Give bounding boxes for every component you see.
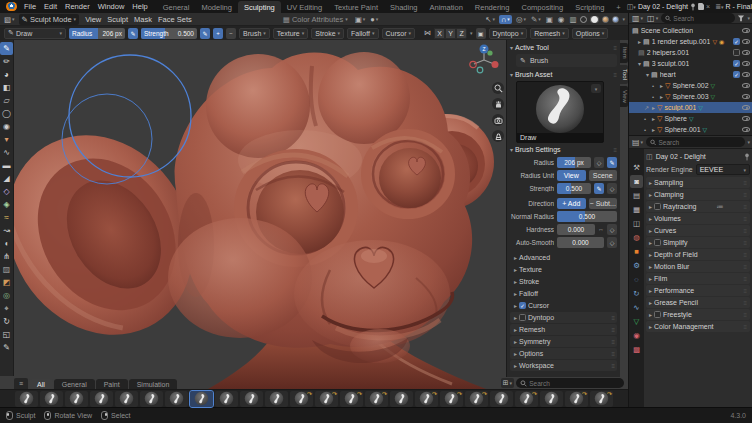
viewport-canvas[interactable]: ✎✏◕◧▱◯◉▾∿▬◢◇◈≈↝◖⋔▨◩◎⌖↻◱✎ Z bbox=[0, 40, 628, 389]
shelf-tab[interactable]: Simulation bbox=[129, 379, 178, 389]
outliner-row[interactable]: ▾ ▤ heart bbox=[629, 69, 752, 80]
selectability-checkbox[interactable] bbox=[733, 38, 740, 45]
tool-button[interactable]: ⋔ bbox=[0, 250, 13, 263]
editor-type-button[interactable]: ▧▾ bbox=[3, 15, 16, 24]
brush-button[interactable]: ✎Brush bbox=[516, 54, 617, 67]
brush-asset-dropdown[interactable]: ▾ bbox=[591, 84, 601, 93]
attribute-dropdown[interactable]: ●▾ bbox=[369, 15, 379, 24]
outliner-display-mode-dropdown[interactable]: ◫▾ bbox=[646, 14, 659, 23]
normal-radius-slider[interactable]: 0.500 bbox=[557, 211, 617, 222]
view-layer-name[interactable]: R - Final bbox=[726, 3, 752, 10]
panel-extra-icon[interactable]: ≔ bbox=[716, 203, 723, 211]
properties-tab[interactable]: ◍ bbox=[630, 231, 643, 244]
topo-dropdown[interactable]: Options▾ bbox=[572, 28, 609, 39]
outliner-row[interactable]: • ▸ ▽ Sphere.003 ▽ bbox=[629, 91, 752, 102]
snap-magnet-toggle[interactable]: ∩▾ bbox=[499, 15, 512, 24]
workspace-tab[interactable]: General bbox=[157, 1, 196, 13]
brush-option-dropdown[interactable]: Texture▾ bbox=[273, 28, 308, 39]
viewport-menu-item[interactable]: Face Sets bbox=[155, 15, 195, 24]
hardness-slider[interactable]: 0.000 bbox=[557, 224, 595, 235]
brush-thumbnail[interactable]: ↷ bbox=[315, 391, 338, 407]
properties-panel-row[interactable]: ▸ Simplify ≡ bbox=[646, 237, 750, 248]
show-overlays-toggle[interactable]: ◉ bbox=[557, 15, 566, 24]
collapsed-panel[interactable]: ▸Stroke bbox=[510, 276, 617, 287]
direction-add-button[interactable]: + Add bbox=[557, 198, 586, 209]
npanel-tab[interactable]: Item bbox=[620, 43, 628, 63]
viewport-menu-item[interactable]: Mask bbox=[131, 15, 155, 24]
properties-panel-row[interactable]: ▸ Clamping ≡ bbox=[646, 189, 750, 200]
brush-thumbnail[interactable] bbox=[190, 391, 213, 407]
outliner-row[interactable]: ↗ ▸ ▽ sculpt.001 ▽ bbox=[629, 102, 752, 113]
properties-panel-row[interactable]: ▸ Freestyle ≡ bbox=[646, 309, 750, 320]
brush-thumbnail[interactable] bbox=[540, 391, 563, 407]
strength-pressure-toggle[interactable]: ✎ bbox=[200, 28, 210, 39]
brush-thumbnail[interactable]: ↷ bbox=[415, 391, 438, 407]
visibility-eye-icon[interactable] bbox=[742, 39, 750, 44]
disclosure-triangle-icon[interactable]: ▸ bbox=[652, 104, 655, 111]
shelf-tab[interactable]: Paint bbox=[96, 379, 128, 389]
panel-header-brush-settings[interactable]: ▾Brush Settings≡ bbox=[510, 144, 617, 155]
shading-solid-button[interactable] bbox=[590, 16, 599, 23]
breadcrumb-scene-name[interactable]: Day 02 - Delight bbox=[656, 153, 706, 160]
brush-thumbnail[interactable] bbox=[40, 391, 63, 407]
viewport-menu-item[interactable]: Sculpt bbox=[104, 15, 131, 24]
tool-button[interactable]: ◩ bbox=[0, 276, 13, 289]
disclosure-triangle-icon[interactable]: ▾ bbox=[638, 60, 641, 67]
mirror-axis-toggle[interactable]: Y bbox=[445, 28, 456, 39]
tool-button[interactable]: ◢ bbox=[0, 172, 13, 185]
visibility-eye-icon[interactable] bbox=[742, 94, 750, 99]
outliner-row[interactable]: • ▸ ▽ Sphere.001 ▽ bbox=[629, 124, 752, 135]
disclosure-triangle-icon[interactable]: ▸ bbox=[660, 82, 663, 89]
visibility-eye-icon[interactable] bbox=[742, 28, 750, 33]
shelf-search-input[interactable] bbox=[529, 380, 620, 387]
radius-pressure-toggle[interactable]: ✎ bbox=[607, 157, 617, 168]
proportional-editing-dropdown[interactable]: ◎▾ bbox=[515, 15, 527, 24]
brush-option-dropdown[interactable]: Cursor▾ bbox=[382, 28, 416, 39]
collapsed-panel[interactable]: ▸Options≡ bbox=[510, 348, 617, 359]
properties-tab[interactable]: ◙ bbox=[630, 175, 643, 188]
pin-icon[interactable] bbox=[744, 153, 750, 161]
collapsed-panel[interactable]: ▸Workspace≡ bbox=[510, 360, 617, 371]
tool-button[interactable]: ≈ bbox=[0, 211, 13, 224]
perspective-toggle-button[interactable] bbox=[492, 130, 504, 142]
strength-pressure-toggle[interactable]: ✎ bbox=[594, 183, 604, 194]
tool-button[interactable]: ◈ bbox=[0, 198, 13, 211]
brush-thumbnail[interactable]: ↷ bbox=[565, 391, 588, 407]
brush-thumbnail[interactable]: ↷ bbox=[440, 391, 463, 407]
shelf-menu-button[interactable]: ≡ bbox=[14, 378, 28, 389]
npanel-tab[interactable]: View bbox=[620, 86, 628, 107]
outliner-search-input[interactable] bbox=[673, 15, 731, 22]
workspace-tab[interactable]: UV Editing bbox=[281, 1, 328, 13]
new-scene-button[interactable] bbox=[698, 3, 704, 10]
selectability-checkbox[interactable] bbox=[733, 49, 740, 56]
toggle-xray-button[interactable]: ▥ bbox=[568, 15, 577, 24]
properties-panel-row[interactable]: ▸ Sampling ≡ bbox=[646, 177, 750, 188]
disclosure-triangle-icon[interactable]: ▸ bbox=[652, 115, 655, 122]
properties-panel-row[interactable]: ▸ Motion Blur ≡ bbox=[646, 261, 750, 272]
panel-checkbox[interactable] bbox=[519, 302, 526, 309]
brush-thumbnail[interactable] bbox=[240, 391, 263, 407]
tool-button[interactable]: ◎ bbox=[0, 289, 13, 302]
scene-browse-button[interactable]: ◫▾ bbox=[627, 3, 636, 11]
panel-checkbox[interactable] bbox=[519, 314, 526, 321]
brush-thumbnail[interactable] bbox=[165, 391, 188, 407]
properties-tab[interactable]: ■ bbox=[630, 245, 643, 258]
tool-button[interactable]: ⌖ bbox=[0, 302, 13, 315]
properties-tab[interactable]: ⚒ bbox=[630, 161, 643, 174]
dyntopo-checkbox[interactable]: ▣ bbox=[476, 28, 486, 39]
brush-thumbnail[interactable]: ↷ bbox=[590, 391, 613, 407]
menu-item[interactable]: Render bbox=[61, 2, 94, 11]
outliner-row[interactable]: ▤ Scene Collection bbox=[629, 25, 752, 36]
menu-item[interactable]: Help bbox=[128, 2, 151, 11]
panel-checkbox[interactable] bbox=[654, 239, 661, 246]
workspace-tab[interactable]: Animation bbox=[424, 1, 469, 13]
delete-scene-button[interactable]: × bbox=[706, 3, 710, 10]
outliner-editor-button[interactable]: ▥▾ bbox=[631, 14, 644, 23]
panel-checkbox[interactable] bbox=[654, 311, 661, 318]
collapsed-panel[interactable]: ▸Advanced bbox=[510, 252, 617, 263]
brush-option-dropdown[interactable]: Stroke▾ bbox=[311, 28, 344, 39]
disclosure-triangle-icon[interactable]: ▸ bbox=[652, 126, 655, 133]
properties-panel-row[interactable]: ▸ Volumes ≡ bbox=[646, 213, 750, 224]
collapsed-panel[interactable]: ▸Texture bbox=[510, 264, 617, 275]
tool-button[interactable]: ↝ bbox=[0, 224, 13, 237]
